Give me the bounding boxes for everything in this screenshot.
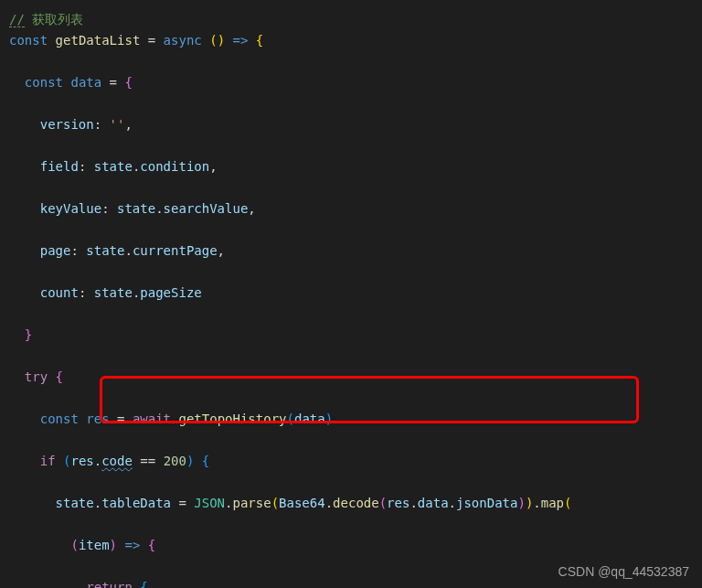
code-block: // 获取列表const getDataList = async () => {…: [9, 9, 702, 588]
watermark: CSDN @qq_44532387: [558, 561, 689, 583]
